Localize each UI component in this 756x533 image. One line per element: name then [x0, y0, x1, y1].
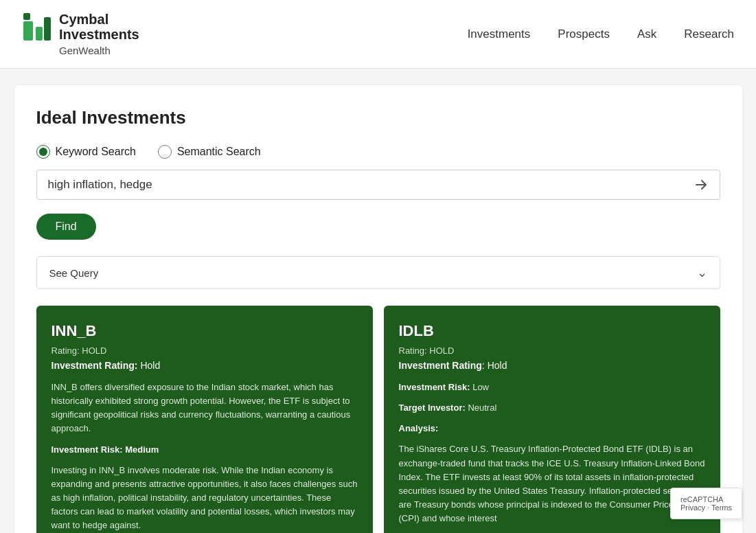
svg-rect-2	[23, 13, 30, 20]
see-query-label: See Query	[49, 267, 99, 279]
semantic-search-label[interactable]: Semantic Search	[158, 145, 261, 159]
find-button[interactable]: Find	[36, 214, 96, 240]
investment-rating-value-idlb: : Hold	[482, 360, 507, 371]
nav-prospects[interactable]: Prospects	[558, 27, 610, 41]
card-body-innb: INN_B offers diversified exposure to the…	[51, 381, 358, 532]
nav-research[interactable]: Research	[684, 27, 734, 41]
ticker-idlb: IDLB	[399, 322, 705, 340]
risk-line-idlb: Investment Risk: Low	[399, 381, 705, 394]
risk-label-idlb: Investment Risk:	[399, 382, 470, 392]
recaptcha-label: reCAPTCHAPrivacy · Terms	[680, 495, 732, 512]
rating-idlb: Rating: HOLD	[399, 345, 705, 356]
semantic-search-text: Semantic Search	[177, 146, 261, 158]
chevron-down-icon: ⌄	[697, 265, 707, 280]
nav-investments[interactable]: Investments	[468, 27, 531, 41]
main-nav: Investments Prospects Ask Research	[468, 27, 734, 41]
semantic-search-radio[interactable]	[158, 145, 172, 159]
investment-rating-idlb: Investment Rating: Hold	[399, 360, 705, 371]
main-content: Ideal Investments Keyword Search Semanti…	[14, 85, 742, 533]
result-card-idlb: IDLB Rating: HOLD Investment Rating: Hol…	[384, 306, 720, 533]
result-card-innb: INN_B Rating: HOLD Investment Rating: Ho…	[36, 306, 373, 533]
ticker-innb: INN_B	[51, 322, 358, 340]
rating-innb: Rating: HOLD	[51, 345, 358, 356]
card-body-para1-innb: INN_B offers diversified exposure to the…	[51, 381, 358, 436]
analysis-body-idlb: The iShares Core U.S. Treasury Inflation…	[399, 442, 705, 525]
search-bar	[36, 170, 720, 200]
investment-rating-label-innb: Investment Rating:	[51, 360, 138, 371]
logo-subtitle: GenWealth	[59, 45, 139, 56]
search-type-row: Keyword Search Semantic Search	[36, 145, 720, 159]
analysis-label-idlb: Analysis:	[399, 422, 705, 435]
keyword-search-label[interactable]: Keyword Search	[36, 145, 136, 159]
search-input[interactable]	[48, 178, 694, 192]
arrow-right-icon	[694, 177, 709, 192]
cymbal-logo-icon	[22, 12, 52, 42]
logo-text: Cymbal Investments	[59, 12, 139, 42]
results-grid: INN_B Rating: HOLD Investment Rating: Ho…	[36, 306, 720, 533]
svg-rect-0	[23, 21, 33, 41]
target-label-idlb: Target Investor:	[399, 402, 466, 413]
card-body-para2-innb: Investment Risk: Medium	[51, 443, 358, 457]
recaptcha-widget: reCAPTCHAPrivacy · Terms	[670, 488, 742, 519]
logo-row: Cymbal Investments	[22, 12, 139, 42]
search-submit-icon[interactable]	[694, 177, 709, 192]
header: Cymbal Investments GenWealth Investments…	[0, 0, 756, 69]
logo-area: Cymbal Investments GenWealth	[22, 12, 139, 56]
card-body-para3-innb: Investing in INN_B involves moderate ris…	[51, 464, 358, 533]
investment-rating-label-idlb: Investment Rating	[399, 360, 482, 371]
investment-rating-value-innb: Hold	[138, 360, 161, 371]
target-value-idlb: Neutral	[466, 402, 497, 413]
analysis-label-text-idlb: Analysis:	[399, 423, 439, 433]
nav-ask[interactable]: Ask	[637, 27, 656, 41]
target-line-idlb: Target Investor: Neutral	[399, 401, 705, 415]
keyword-search-radio[interactable]	[36, 145, 50, 159]
investment-rating-innb: Investment Rating: Hold	[51, 360, 358, 371]
svg-rect-1	[36, 27, 43, 41]
keyword-search-text: Keyword Search	[56, 146, 136, 158]
card-body-idlb: Investment Risk: Low Target Investor: Ne…	[399, 381, 705, 525]
risk-value-idlb: Low	[470, 382, 489, 392]
page-title: Ideal Investments	[36, 107, 720, 128]
see-query-row[interactable]: See Query ⌄	[36, 256, 720, 289]
svg-rect-3	[44, 17, 51, 41]
